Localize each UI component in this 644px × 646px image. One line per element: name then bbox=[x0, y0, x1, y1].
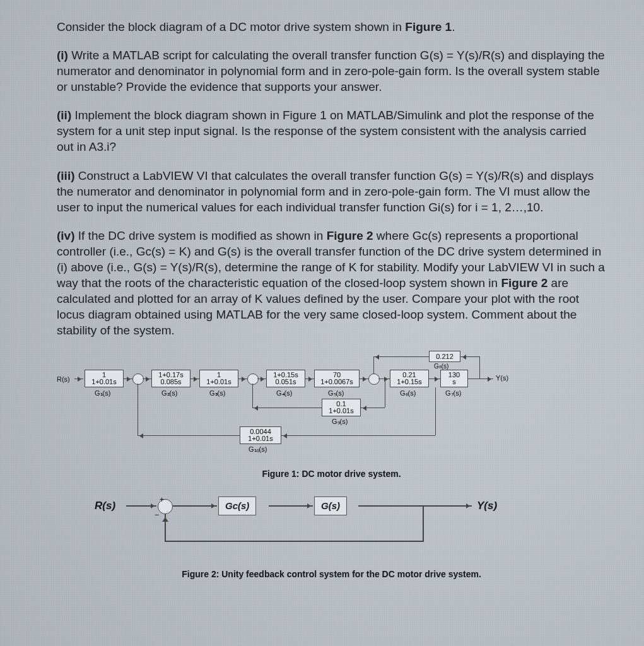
block-gc: Gc(s) bbox=[218, 496, 256, 515]
label-g9: G₉(s) bbox=[332, 417, 348, 426]
question-iii: (iii) Construct a LabVIEW VI that calcul… bbox=[57, 168, 606, 215]
figure-2: R(s) + − Gc(s) G(s) Y(s) Figure 2: Unity… bbox=[57, 489, 606, 580]
label-g10: G₁₀(s) bbox=[249, 445, 267, 454]
block-g9: 0.1 1+0.01s bbox=[322, 399, 361, 416]
intro-text: Consider the block diagram of a DC motor… bbox=[57, 20, 405, 33]
label-g4: G₄(s) bbox=[276, 389, 292, 398]
text-ii: Implement the block diagram shown in Fig… bbox=[57, 109, 594, 153]
figure-1-caption: Figure 1: DC motor drive system. bbox=[57, 468, 606, 479]
intro-paragraph: Consider the block diagram of a DC motor… bbox=[57, 19, 606, 35]
label-g2: G₂(s) bbox=[161, 389, 177, 398]
figure-ref-2: Figure 2 bbox=[327, 229, 373, 242]
summing-junction bbox=[247, 373, 259, 385]
block-g: G(s) bbox=[314, 496, 347, 515]
label-g8: G₈(s) bbox=[434, 362, 448, 370]
text-i: Write a MATLAB script for calculating th… bbox=[57, 49, 605, 93]
summing-junction bbox=[132, 373, 144, 385]
input-label: R(s) bbox=[57, 375, 70, 384]
text-iii: Construct a LabVIEW VI that calculates t… bbox=[57, 169, 594, 214]
block-diagram-2: R(s) + − Gc(s) G(s) Y(s) bbox=[57, 489, 606, 565]
block-g10: 0.0044 1+0.01s bbox=[240, 426, 281, 444]
input-label-2: R(s) bbox=[95, 499, 115, 513]
block-g2: 1+0.17s 0.085s bbox=[151, 370, 190, 387]
question-ii: (ii) Implement the block diagram shown i… bbox=[57, 107, 606, 155]
output-label-2: Y(s) bbox=[477, 499, 497, 513]
tag-ii: (ii) bbox=[57, 109, 75, 122]
figure-2-caption: Figure 2: Unity feedback control system … bbox=[57, 568, 606, 580]
summing-junction bbox=[368, 373, 380, 385]
block-g1: 1 1+0.01s bbox=[85, 370, 124, 387]
label-g6: G₆(s) bbox=[400, 389, 416, 398]
block-g7: 130 s bbox=[440, 370, 468, 387]
tag-iv: (iv) bbox=[57, 229, 78, 242]
page: Consider the block diagram of a DC motor… bbox=[0, 0, 644, 646]
text-iv-a: If the DC drive system is modified as sh… bbox=[78, 229, 327, 242]
block-g8: 0.212 bbox=[429, 351, 460, 362]
question-i: (i) Write a MATLAB script for calculatin… bbox=[57, 47, 606, 95]
output-label: Y(s) bbox=[496, 373, 508, 383]
label-g3: G₃(s) bbox=[209, 389, 225, 398]
figure-1: R(s) 1 1+0.01s G₁(s) 1+0.17s 0.085s G₂(s… bbox=[57, 351, 606, 479]
tag-iii: (iii) bbox=[57, 169, 78, 182]
label-g1: G₁(s) bbox=[95, 389, 110, 398]
question-iv: (iv) If the DC drive system is modified … bbox=[57, 228, 606, 339]
block-diagram-1: R(s) 1 1+0.01s G₁(s) 1+0.17s 0.085s G₂(s… bbox=[57, 351, 606, 464]
block-g4: 1+0.15s 0.051s bbox=[266, 370, 305, 387]
label-g7: G₇(s) bbox=[445, 389, 461, 398]
intro-end: . bbox=[452, 20, 455, 33]
label-g5: G₅(s) bbox=[328, 389, 344, 398]
block-g6: 0.21 1+0.15s bbox=[390, 370, 429, 387]
tag-i: (i) bbox=[57, 49, 71, 62]
figure-ref-2b: Figure 2 bbox=[501, 276, 547, 290]
block-g3: 1 1+0.01s bbox=[199, 370, 238, 387]
block-g5: 70 1+0.0067s bbox=[314, 370, 360, 387]
figure-ref: Figure 1 bbox=[405, 20, 452, 33]
